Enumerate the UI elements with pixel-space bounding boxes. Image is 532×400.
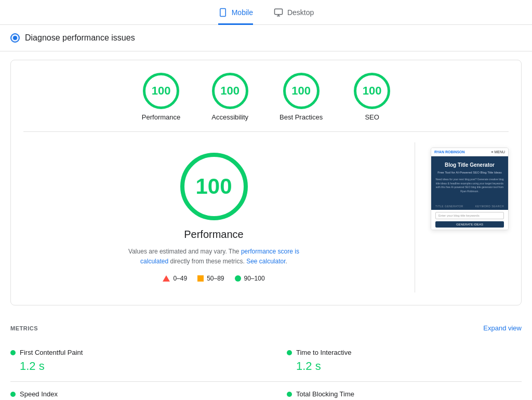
tab-bar: Mobile Desktop: [0, 0, 532, 25]
score-label-accessibility: Accessibility: [211, 113, 248, 121]
score-item-performance: 100 Performance: [142, 73, 180, 121]
metric-fcp: First Contentful Paint 1.2 s: [10, 340, 266, 382]
hero-subtitle: Free Tool for AI-Powered SEO Blog Title …: [435, 170, 504, 175]
legend-green-item: 90–100: [235, 275, 265, 282]
metric-si-name-row: Speed Index: [10, 390, 266, 398]
score-item-best-practices: 100 Best Practices: [280, 73, 323, 121]
score-circle-accessibility: 100: [212, 73, 248, 109]
perf-note-static: Values are estimated and may vary. The: [128, 248, 239, 255]
tab-mobile[interactable]: Mobile: [218, 8, 253, 25]
legend-green-icon: [235, 275, 241, 282]
metric-tti-value: 1.2 s: [287, 359, 522, 373]
metric-fcp-name: First Contentful Paint: [20, 349, 83, 356]
mobile-icon: [218, 8, 228, 17]
metric-fcp-value: 1.2 s: [10, 359, 266, 373]
metrics-title: METRICS: [10, 325, 38, 331]
perf-detail-title: Performance: [184, 229, 244, 241]
metric-tti: Time to Interactive 1.2 s: [266, 340, 522, 382]
metric-fcp-dot: [10, 350, 16, 355]
divider: [23, 131, 509, 132]
legend-red-icon: [163, 275, 170, 282]
metric-tti-name: Time to Interactive: [296, 349, 351, 356]
mock-input: Enter your blog title keywords: [435, 212, 504, 219]
main-content: 100 Performance 100 Accessibility 100 Be…: [0, 60, 532, 324]
metric-si-dot: [10, 392, 16, 397]
legend-orange-icon: [197, 275, 204, 282]
score-item-seo: 100 SEO: [354, 73, 390, 121]
metrics-grid: First Contentful Paint 1.2 s Time to Int…: [10, 340, 522, 400]
legend-red-label: 0–49: [173, 275, 187, 282]
vertical-divider: [415, 142, 415, 292]
metric-tbt-name: Total Blocking Time: [296, 390, 354, 398]
score-circles: 100 Performance 100 Accessibility 100 Be…: [23, 73, 509, 121]
score-circle-seo: 100: [354, 73, 390, 109]
mock-generate-button: GENERATE IDEAS: [435, 221, 504, 228]
screenshot-hero: Blog Title Generator Free Tool for AI-Po…: [431, 156, 508, 203]
expand-view-button[interactable]: Expand view: [483, 324, 522, 332]
big-score-circle: 100: [180, 153, 248, 220]
perf-note-end: .: [286, 258, 287, 265]
nav-logo: RYAN ROBINSON: [434, 150, 465, 154]
score-label-performance: Performance: [142, 113, 180, 121]
screenshot-area: RYAN ROBINSON ≡ MENU Blog Title Generato…: [425, 142, 509, 235]
score-circle-best-practices: 100: [283, 73, 320, 109]
metric-tti-dot: [287, 350, 292, 355]
legend: 0–49 50–89 90–100: [163, 275, 264, 282]
metric-tti-name-row: Time to Interactive: [287, 349, 522, 356]
score-circle-performance: 100: [143, 73, 179, 109]
nav-menu-icon: ≡ MENU: [491, 150, 505, 154]
desktop-icon: [274, 8, 283, 17]
svg-rect-2: [274, 9, 282, 15]
diagnose-title: Diagnose performance issues: [25, 33, 135, 43]
tag-right: KEYWORD SEARCH: [475, 205, 504, 208]
tab-desktop[interactable]: Desktop: [274, 8, 314, 25]
perf-left: 100 Performance Values are estimated and…: [23, 142, 404, 292]
metric-fcp-name-row: First Contentful Paint: [10, 349, 266, 356]
tag-left: TITLE GENERATOR: [435, 205, 463, 208]
screenshot-nav: RYAN ROBINSON ≡ MENU: [431, 148, 508, 156]
score-card: 100 Performance 100 Accessibility 100 Be…: [10, 60, 522, 305]
metrics-header: METRICS Expand view: [10, 324, 522, 332]
screenshot-input-area: Enter your blog title keywords GENERATE …: [431, 210, 508, 230]
legend-orange-label: 50–89: [207, 275, 224, 282]
perf-detail: 100 Performance Values are estimated and…: [23, 142, 509, 292]
metric-tbt: Total Blocking Time 0 ms: [266, 382, 522, 400]
score-label-seo: SEO: [365, 113, 379, 121]
svg-rect-0: [220, 9, 225, 17]
score-item-accessibility: 100 Accessibility: [211, 73, 248, 121]
perf-note: Values are estimated and may vary. The p…: [121, 247, 308, 266]
legend-green-label: 90–100: [244, 275, 265, 282]
see-calculator-link[interactable]: See calculator: [246, 258, 285, 265]
metric-tbt-dot: [287, 392, 292, 397]
hero-body-text: Need ideas for your next blog post? Gene…: [435, 178, 504, 193]
metric-tbt-name-row: Total Blocking Time: [287, 390, 522, 398]
metric-si-name: Speed Index: [20, 390, 58, 398]
score-label-best-practices: Best Practices: [280, 113, 323, 121]
screenshot-mock: RYAN ROBINSON ≡ MENU Blog Title Generato…: [431, 148, 509, 230]
perf-note-mid: directly from these metrics.: [170, 258, 246, 265]
diagnose-bar: Diagnose performance issues: [0, 25, 532, 51]
hero-title: Blog Title Generator: [435, 162, 504, 168]
diagnose-dot-icon: [10, 33, 20, 43]
metric-si: Speed Index 1.9 s: [10, 382, 266, 400]
screenshot-tags: TITLE GENERATOR KEYWORD SEARCH: [431, 203, 508, 210]
legend-orange-item: 50–89: [197, 275, 224, 282]
legend-red-item: 0–49: [163, 275, 187, 282]
metrics-section: METRICS Expand view First Contentful Pai…: [0, 324, 532, 400]
